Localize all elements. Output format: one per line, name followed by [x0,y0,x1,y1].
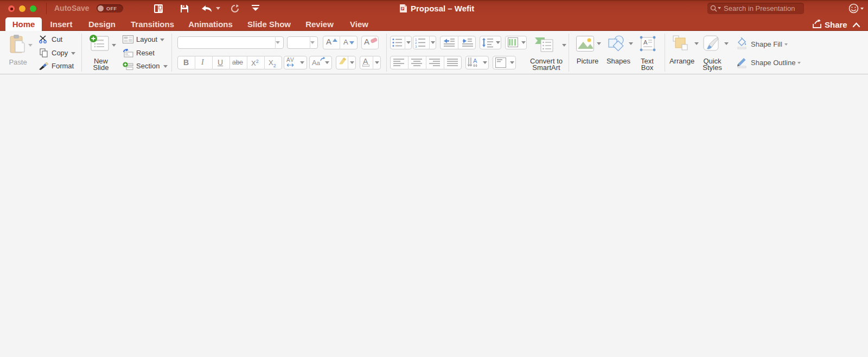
svg-text:3: 3 [415,45,417,48]
svg-text:1: 1 [415,38,417,41]
svg-text:A: A [473,58,477,64]
svg-text:2: 2 [415,41,417,44]
svg-text:A: A [643,39,648,46]
svg-text:P: P [401,7,404,10]
